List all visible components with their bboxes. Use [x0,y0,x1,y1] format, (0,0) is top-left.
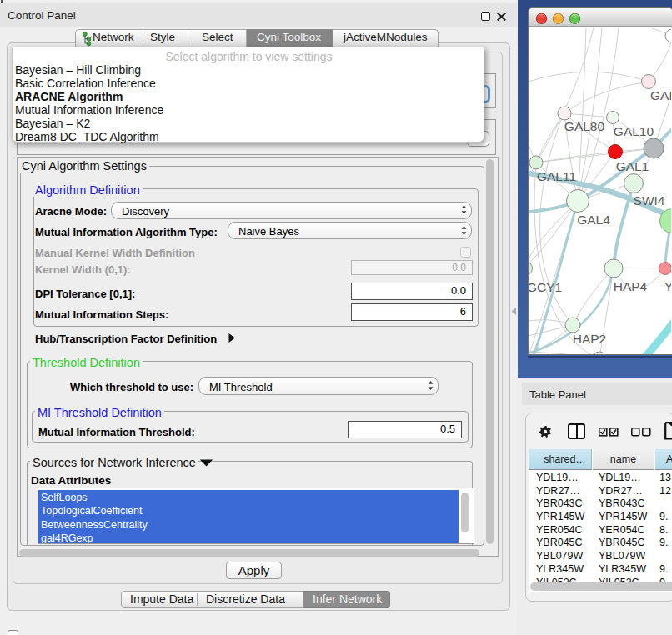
svg-text:SWI4: SWI4 [634,193,665,208]
svg-text:YP: YP [664,279,671,293]
svg-text:HAP2: HAP2 [573,332,607,346]
svg-text:GCY1: GCY1 [529,280,562,294]
svg-text:GAL10: GAL10 [614,124,654,138]
svg-text:GAL4: GAL4 [577,212,610,227]
svg-text:GAL7: GAL7 [650,88,671,102]
svg-text:GAL80: GAL80 [564,119,605,133]
svg-text:GAL1: GAL1 [616,159,649,173]
svg-text:GAL11: GAL11 [537,169,576,183]
svg-text:HAP4: HAP4 [614,279,648,293]
